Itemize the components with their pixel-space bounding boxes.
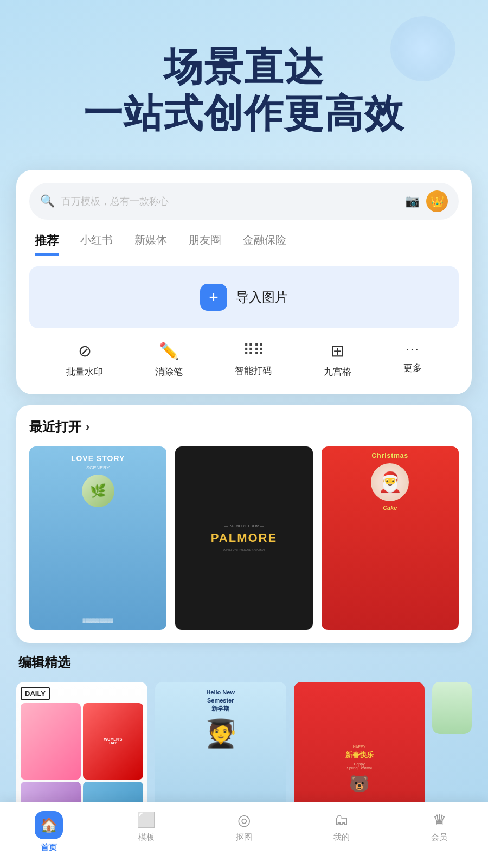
cutout-icon: ◎ (237, 811, 251, 829)
home-icon-bg: 🏠 (35, 811, 63, 839)
camera-icon[interactable]: 📷 (405, 194, 420, 208)
main-card: 🔍 百万模板，总有一款称心 📷 👑 推荐 小红书 新媒体 朋友圈 金融保险 + … (16, 170, 472, 394)
grid-label: 九宫格 (324, 366, 351, 378)
spring-top: HAPPY (353, 745, 366, 749)
more-label: 更多 (403, 362, 422, 374)
template-icon: ⬜ (137, 811, 156, 829)
love-story-image: 🌿 (82, 475, 114, 507)
recent-grid: LOVE STORY SCENERY 🌿 ▓▓▓▓▓▓▓▓▓▓▓ — PALMO… (29, 446, 459, 630)
eraser-label: 消除笔 (155, 366, 183, 378)
more-icon: ··· (406, 341, 420, 356)
nav-home-label: 首页 (41, 843, 57, 853)
nav-template-label: 模板 (138, 832, 155, 843)
import-plus-icon: + (200, 284, 227, 311)
hello-semester-title: Hello New Semester 新学期 (206, 688, 235, 713)
palmore-title: PALMORE (211, 531, 277, 545)
search-icon: 🔍 (40, 194, 55, 208)
womens-day-text: WOMEN'SDAY (104, 737, 122, 745)
search-bar[interactable]: 🔍 百万模板，总有一款称心 📷 👑 (29, 183, 459, 220)
grid-icon: ⊞ (331, 341, 344, 360)
tool-more[interactable]: ··· 更多 (403, 341, 422, 378)
tool-watermark[interactable]: ⊘ 批量水印 (66, 341, 103, 378)
mosaic-label: 智能打码 (235, 365, 272, 377)
tab-finance[interactable]: 金融保险 (243, 233, 286, 256)
recent-item-christmas[interactable]: Christmas 🎅 Cake (322, 446, 459, 630)
hello-semester-figure: 🧑‍🎓 (204, 718, 237, 749)
tab-xiaohongshu[interactable]: 小红书 (80, 233, 113, 256)
category-tabs: 推荐 小红书 新媒体 朋友圈 金融保险 (29, 233, 459, 256)
import-area[interactable]: + 导入图片 (29, 266, 459, 328)
mosaic-icon: ⠿⠿ (243, 341, 264, 359)
hero-decoration (390, 16, 455, 81)
nav-home[interactable]: 🏠 首页 (27, 811, 70, 853)
love-story-sub: SCENERY (86, 465, 110, 470)
tools-row: ⊘ 批量水印 ✏️ 消除笔 ⠿⠿ 智能打码 ⊞ 九宫格 ··· 更多 (29, 328, 459, 378)
recent-header: 最近打开 › (29, 418, 459, 436)
daily-pink (21, 703, 81, 780)
mine-icon: 🗂 (334, 811, 349, 829)
hero-section: 场景直达 一站式创作更高效 (0, 0, 488, 159)
tab-recommend[interactable]: 推荐 (35, 233, 59, 256)
love-story-bottom: ▓▓▓▓▓▓▓▓▓▓▓ (83, 618, 113, 622)
nav-template[interactable]: ⬜ 模板 (125, 811, 168, 853)
nav-mine[interactable]: 🗂 我的 (320, 811, 363, 853)
bottom-nav: 🏠 首页 ⬜ 模板 ◎ 抠图 🗂 我的 ♛ 会员 (0, 802, 488, 868)
import-label: 导入图片 (236, 289, 288, 306)
watermark-label: 批量水印 (66, 366, 103, 378)
vip-badge[interactable]: 👑 (426, 190, 448, 212)
tab-new-media[interactable]: 新媒体 (134, 233, 167, 256)
christmas-sub: Cake (383, 505, 397, 511)
member-icon: ♛ (433, 811, 446, 829)
tab-moments[interactable]: 朋友圈 (189, 233, 221, 256)
recent-arrow[interactable]: › (86, 420, 89, 434)
palmore-top: — PALMORE FROM — (224, 524, 264, 528)
nav-member[interactable]: ♛ 会员 (418, 811, 461, 853)
eraser-icon: ✏️ (159, 341, 179, 360)
recent-item-love-story[interactable]: LOVE STORY SCENERY 🌿 ▓▓▓▓▓▓▓▓▓▓▓ (29, 446, 166, 630)
recent-item-palmore[interactable]: — PALMORE FROM — PALMORE WISH YOU THANKS… (175, 446, 312, 630)
nav-mine-label: 我的 (333, 832, 350, 843)
editor-item-partial[interactable] (432, 682, 472, 735)
watermark-icon: ⊘ (78, 341, 92, 360)
recent-title: 最近打开 (29, 418, 81, 436)
palmore-bottom: WISH YOU THANKSGIVING (223, 548, 265, 552)
nav-cutout-label: 抠图 (236, 832, 252, 843)
recent-section: 最近打开 › LOVE STORY SCENERY 🌿 ▓▓▓▓▓▓▓▓▓▓▓ … (16, 405, 472, 643)
spring-sub: HappySpring Festival (346, 762, 371, 770)
love-story-title: LOVE STORY (71, 454, 125, 463)
daily-label: DAILY (21, 687, 50, 700)
home-icon: 🏠 (40, 817, 57, 834)
tool-9grid[interactable]: ⊞ 九宫格 (324, 341, 351, 378)
christmas-title: Christmas (371, 452, 408, 461)
santa-icon: 🎅 (371, 463, 409, 501)
nav-member-label: 会员 (431, 832, 447, 843)
spring-bear: 🐻 (349, 774, 369, 793)
nav-cutout[interactable]: ◎ 抠图 (222, 811, 266, 853)
tool-eraser[interactable]: ✏️ 消除笔 (155, 341, 183, 378)
editor-title: 编辑精选 (16, 654, 472, 671)
spring-title: 新春快乐 (345, 751, 374, 760)
tool-mosaic[interactable]: ⠿⠿ 智能打码 (235, 341, 272, 378)
crown-icon: 👑 (431, 195, 444, 208)
search-placeholder: 百万模板，总有一款称心 (61, 195, 399, 208)
daily-womens: WOMEN'SDAY (83, 703, 143, 780)
